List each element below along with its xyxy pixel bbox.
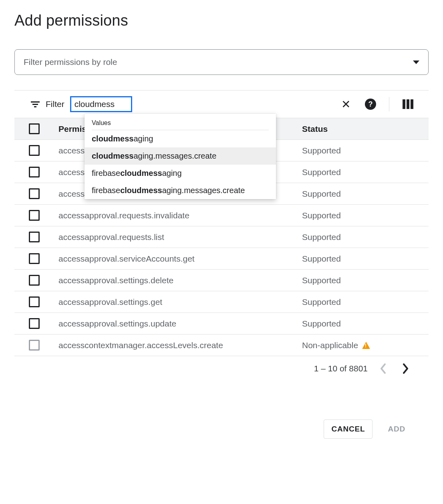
dropdown-header: Values [92, 119, 269, 130]
suggestion-item[interactable]: firebasecloudmessaging [85, 165, 276, 182]
table-row: accesscontextmanager.accessLevels.create… [14, 335, 429, 356]
chevron-right-icon [402, 363, 409, 374]
filter-suggestions-dropdown: Values cloudmessagingcloudmessaging.mess… [85, 114, 276, 199]
col-header-status: Status [302, 124, 422, 134]
clear-filter-button[interactable]: ✕ [339, 98, 352, 111]
status-cell: Supported [302, 211, 422, 220]
permission-cell: accessapproval.requests.invalidate [58, 211, 302, 220]
row-checkbox[interactable] [29, 275, 40, 286]
status-cell: Supported [302, 254, 422, 264]
status-cell: Non-applicable [302, 341, 422, 350]
suggestion-item[interactable]: cloudmessaging [85, 130, 276, 147]
filter-label: Filter [46, 99, 64, 109]
chevron-left-icon [380, 363, 387, 374]
row-checkbox[interactable] [29, 340, 40, 351]
table-row: accessapproval.serviceAccounts.getSuppor… [14, 248, 429, 270]
permission-cell: accessapproval.serviceAccounts.get [58, 254, 302, 264]
status-cell: Supported [302, 276, 422, 285]
row-checkbox[interactable] [29, 318, 40, 329]
status-cell: Supported [302, 167, 422, 177]
help-button[interactable]: ? [364, 98, 377, 111]
next-page-button[interactable] [399, 362, 413, 375]
table-row: accessapproval.settings.getSupported [14, 291, 429, 313]
close-icon: ✕ [341, 98, 350, 111]
row-checkbox[interactable] [29, 210, 40, 221]
row-checkbox[interactable] [29, 167, 40, 177]
table-row: accessapproval.settings.updateSupported [14, 313, 429, 335]
table-row: accessapproval.requests.listSupported [14, 226, 429, 248]
table-row: accessapproval.settings.deleteSupported [14, 270, 429, 291]
permission-cell: accessapproval.settings.delete [58, 276, 302, 285]
suggestion-item[interactable]: firebasecloudmessaging.messages.create [85, 182, 276, 199]
pagination-text: 1 – 10 of 8801 [314, 364, 368, 373]
row-checkbox[interactable] [29, 232, 40, 242]
row-checkbox[interactable] [29, 253, 40, 264]
role-filter-select[interactable]: Filter permissions by role [14, 49, 429, 75]
status-cell: Supported [302, 146, 422, 155]
page-title: Add permissions [14, 12, 429, 29]
pagination: 1 – 10 of 8801 [14, 356, 429, 375]
status-cell: Supported [302, 232, 422, 242]
status-cell: Supported [302, 189, 422, 199]
table-row: accessapproval.requests.invalidateSuppor… [14, 205, 429, 226]
permission-cell: accessapproval.requests.list [58, 232, 302, 242]
help-icon: ? [365, 99, 376, 110]
prev-page-button[interactable] [377, 362, 390, 375]
divider [389, 97, 389, 111]
row-checkbox[interactable] [29, 145, 40, 156]
cancel-button[interactable]: CANCEL [324, 419, 373, 439]
add-button[interactable]: ADD [381, 419, 413, 439]
role-filter-placeholder: Filter permissions by role [24, 57, 117, 67]
suggestion-item[interactable]: cloudmessaging.messages.create [85, 147, 276, 165]
filter-input[interactable] [70, 96, 132, 112]
columns-icon [403, 99, 413, 109]
row-checkbox[interactable] [29, 188, 40, 199]
filter-bar: Filter ✕ ? Values cloudmessagingcloudmes… [14, 91, 429, 118]
permission-cell: accessapproval.settings.update [58, 319, 302, 329]
status-cell: Supported [302, 319, 422, 329]
dialog-footer: CANCEL ADD [14, 419, 429, 439]
status-cell: Supported [302, 297, 422, 307]
caret-down-icon [413, 60, 419, 64]
row-checkbox[interactable] [29, 296, 40, 307]
permission-cell: accesscontextmanager.accessLevels.create [58, 341, 302, 350]
select-all-checkbox[interactable] [29, 123, 40, 134]
filter-icon [30, 101, 40, 107]
warning-icon [362, 342, 370, 349]
permission-cell: accessapproval.settings.get [58, 297, 302, 307]
columns-button[interactable] [401, 98, 414, 111]
